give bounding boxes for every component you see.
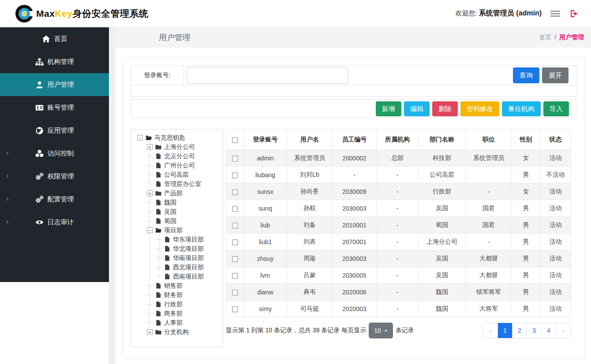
page-button[interactable]: ‹ <box>483 323 497 338</box>
toolbar-button[interactable]: 密码修改 <box>460 101 499 116</box>
tree-node[interactable]: 财务部 <box>131 290 223 300</box>
tree-node[interactable]: 公司高层 <box>131 170 223 179</box>
tree-toggle[interactable]: − <box>147 227 153 233</box>
tree-toggle[interactable] <box>147 323 153 323</box>
column-header: 用户名 <box>287 130 333 150</box>
row-checkbox[interactable] <box>232 156 238 162</box>
sidebar-item[interactable]: › 访问控制 <box>0 142 109 165</box>
tree-toggle[interactable] <box>156 276 161 277</box>
sidebar-item[interactable]: › 账号管理 <box>0 96 109 119</box>
tree-toggle[interactable] <box>147 156 153 156</box>
breadcrumb-home-link[interactable]: 首页 <box>539 33 551 41</box>
tree-toggle[interactable] <box>147 202 153 203</box>
menu-icon[interactable] <box>550 9 560 18</box>
tree-node[interactable]: 人事部 <box>131 318 223 327</box>
tree-toggle[interactable] <box>147 175 153 175</box>
table-row: lvm 吕蒙 2030005 - 吴国 大都督 男 活动 <box>226 267 571 284</box>
tree-node[interactable]: 华北项目部 <box>131 244 223 253</box>
select-all-checkbox[interactable] <box>232 137 238 143</box>
toolbar-button[interactable]: 新增 <box>376 101 401 116</box>
folder-open-icon <box>155 227 162 234</box>
tree-toggle[interactable]: + <box>147 190 153 196</box>
row-checkbox[interactable] <box>232 306 238 312</box>
cogs-icon <box>35 172 44 181</box>
tree-toggle[interactable] <box>156 239 161 240</box>
tree-node[interactable]: + 产品部 <box>131 189 223 198</box>
toolbar-button[interactable]: 兼任机构 <box>502 101 541 116</box>
tree-toggle[interactable] <box>147 286 153 286</box>
tree-node[interactable]: 西南项目部 <box>131 272 223 281</box>
row-checkbox[interactable] <box>232 223 238 229</box>
page-button[interactable]: 4 <box>541 323 556 338</box>
tree-toggle[interactable] <box>147 304 153 305</box>
tree-node-label: 北京分公司 <box>164 152 195 160</box>
tree-node[interactable]: 华东项目部 <box>131 235 223 244</box>
cell-status: 活动 <box>540 234 571 250</box>
tree-node[interactable]: 广州分公司 <box>131 161 223 170</box>
tree-node[interactable]: + 分支机构 <box>131 327 223 337</box>
cell-employee-no: 2070001 <box>333 234 377 250</box>
toolbar-button[interactable]: 编辑 <box>404 101 430 116</box>
tree-toggle[interactable] <box>147 313 153 314</box>
query-button[interactable]: 查询 <box>513 67 539 83</box>
page-button[interactable]: › <box>556 323 570 338</box>
tree-node[interactable]: 华南项目部 <box>131 253 223 263</box>
row-select-cell <box>226 217 244 234</box>
tree-node[interactable]: 行政部 <box>131 300 223 309</box>
tree-node[interactable]: 西北项目部 <box>131 263 223 272</box>
tree-toggle[interactable] <box>147 184 153 184</box>
tree-toggle[interactable] <box>147 165 153 166</box>
tree-node[interactable]: 商务部 <box>131 309 223 318</box>
tree-node-label: 华东项目部 <box>173 236 204 244</box>
tree-node[interactable]: 管理层办公室 <box>131 179 223 189</box>
search-form-extra-row <box>131 85 576 97</box>
sidebar-item[interactable]: › 首页 <box>0 27 109 50</box>
page-button[interactable]: 2 <box>512 323 527 338</box>
row-checkbox[interactable] <box>232 206 238 212</box>
sidebar-item[interactable]: › 机构管理 <box>0 50 109 73</box>
cell-login: liubang <box>244 167 287 183</box>
welcome-text: 欢迎您: 系统管理员 (admin) <box>455 9 542 18</box>
tree-toggle[interactable] <box>156 267 161 267</box>
tree-node[interactable]: + 上海分公司 <box>131 142 223 152</box>
tree-node[interactable]: − 马克思钥匙 <box>131 133 223 142</box>
page-button[interactable]: 3 <box>527 323 541 338</box>
toolbar-button[interactable]: 删除 <box>432 101 458 116</box>
file-icon <box>155 171 162 178</box>
sidebar-item[interactable]: › 用户管理 <box>0 73 109 96</box>
toolbar-button[interactable]: 导入 <box>543 101 569 116</box>
tree-node[interactable]: 魏国 <box>131 198 223 207</box>
sidebar-item[interactable]: › 配置管理 <box>0 188 109 211</box>
tree-node[interactable]: 北京分公司 <box>131 152 223 161</box>
tree-node[interactable]: 销售部 <box>131 281 223 290</box>
page-size-select[interactable]: 10▲ <box>369 323 393 338</box>
sidebar-item[interactable]: › 应用管理 <box>0 119 109 142</box>
login-account-input[interactable] <box>187 67 348 84</box>
tree-toggle[interactable] <box>156 258 161 258</box>
file-icon <box>164 245 171 252</box>
row-checkbox[interactable] <box>232 239 238 245</box>
tree-toggle[interactable]: + <box>147 144 153 150</box>
expand-button[interactable]: 展开 <box>542 67 569 83</box>
tree-toggle[interactable] <box>147 221 153 221</box>
row-checkbox[interactable] <box>232 189 238 195</box>
sidebar-item[interactable]: › 日志审计 <box>0 211 109 234</box>
tree-toggle[interactable] <box>147 295 153 295</box>
tree-node[interactable]: 蜀国 <box>131 216 223 226</box>
tree-node-label: 行政部 <box>164 301 183 308</box>
tree-node[interactable]: 吴国 <box>131 207 223 216</box>
tree-toggle[interactable] <box>156 249 161 249</box>
sidebar-item[interactable]: › 权限管理 <box>0 165 109 188</box>
row-checkbox[interactable] <box>232 273 238 279</box>
row-checkbox[interactable] <box>232 290 238 296</box>
page-button[interactable]: 1 <box>497 323 512 338</box>
tree-node-label: 马克思钥匙 <box>154 134 185 142</box>
tree-toggle[interactable] <box>147 212 153 212</box>
logout-icon[interactable] <box>569 9 579 18</box>
tree-toggle[interactable]: + <box>147 329 153 335</box>
tree-toggle[interactable]: − <box>137 135 143 141</box>
cell-username: 孙尚香 <box>287 183 333 200</box>
row-checkbox[interactable] <box>232 256 238 262</box>
tree-node[interactable]: − 项目部 <box>131 226 223 235</box>
row-checkbox[interactable] <box>232 172 238 178</box>
